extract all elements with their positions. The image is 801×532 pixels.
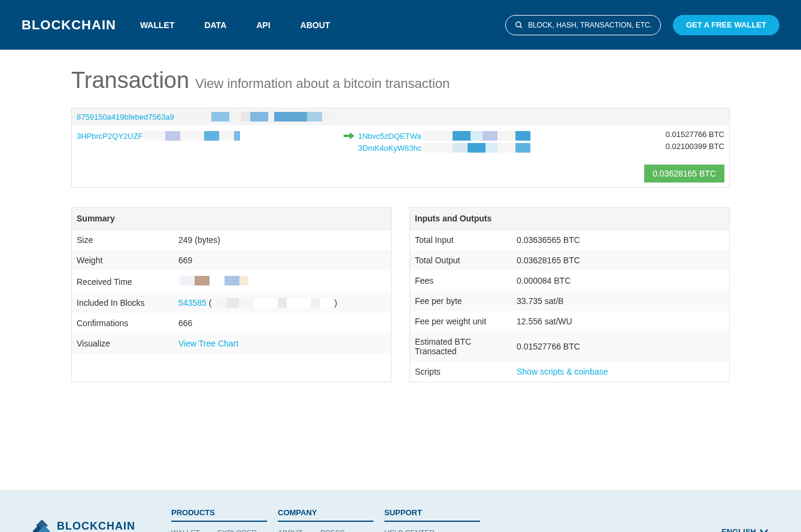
tx-inputs: 3HPbrcP2QY2UZF [77,130,340,142]
tx-hash-row: 8759150a419bfebed7563a9 [72,108,729,125]
nav-wallet[interactable]: WALLET [140,20,175,30]
svg-point-0 [516,22,521,26]
footer-products-heading: PRODUCTS [171,508,267,522]
fees-label: Fees [410,270,512,291]
page-title: Transaction View information about a bit… [71,68,730,93]
footer: BLOCKCHAIN PRODUCTS WALLET EXPLORER COMP… [0,490,801,532]
summary-heading: Summary [72,208,391,230]
tx-arrow [340,130,358,141]
fee-byte-value: 33.735 sat/B [512,291,729,311]
nav: WALLET DATA API ABOUT [140,20,330,30]
redacted-output-1 [423,143,530,153]
total-output-label: Total Output [410,250,512,270]
nav-data[interactable]: DATA [204,20,226,30]
received-label: Received Time [72,270,174,293]
footer-press-link[interactable]: PRESS [320,528,345,532]
output-amount-1: 0.02100399 BTC [666,142,724,154]
received-value [174,270,391,293]
footer-wallet-link[interactable]: WALLET [171,528,200,532]
size-value: 249 (bytes) [174,230,391,250]
redacted-input-addr [144,131,240,141]
transaction-box: 8759150a419bfebed7563a9 3HPbrcP2QY2UZF [71,108,730,188]
footer-logo[interactable]: BLOCKCHAIN [33,508,135,532]
fee-wu-label: Fee per weight unit [410,311,512,332]
fees-value: 0.000084 BTC [512,270,729,291]
blockchain-icon [33,520,51,532]
included-label: Included In Blocks [72,293,174,313]
header: BLOCKCHAIN WALLET DATA API ABOUT GET A F… [0,0,801,50]
page-heading: Transaction [71,68,189,93]
size-label: Size [72,230,174,250]
tx-outputs: 1Nbvc5zDQETWa 0.01527766 BTC 3DmK4oKyW83… [358,130,724,154]
total-amount-badge: 0.03628165 BTC [644,165,724,183]
get-wallet-button[interactable]: GET A FREE WALLET [673,15,779,35]
total-input-value: 0.03636565 BTC [512,230,729,250]
input-address-link[interactable]: 3HPbrcP2QY2UZF [77,132,143,141]
search-input[interactable] [528,21,651,29]
output-address-link-1[interactable]: 3DmK4oKyW83hc [358,144,421,153]
output-address-link-0[interactable]: 1Nbvc5zDQETWa [358,132,421,141]
language-selector[interactable]: ENGLISH [721,508,768,532]
weight-label: Weight [72,250,174,270]
block-link[interactable]: 543585 [178,298,207,308]
confirmations-label: Confirmations [72,313,174,333]
visualize-label: Visualize [72,333,174,354]
fee-wu-value: 12.556 sat/WU [512,311,729,332]
est-btc-value: 0.01527766 BTC [512,332,729,361]
view-tree-chart-link[interactable]: View Tree Chart [178,339,238,348]
header-right: GET A FREE WALLET [505,15,779,35]
search-icon [515,21,523,29]
scripts-label: Scripts [410,361,512,382]
io-heading: Inputs and Outputs [410,208,729,230]
footer-company-heading: COMPANY [278,508,374,522]
est-btc-label: Estimated BTC Transacted [410,332,512,361]
logo[interactable]: BLOCKCHAIN [22,17,116,33]
weight-value: 669 [174,250,391,270]
nav-about[interactable]: ABOUT [301,20,330,30]
io-panel: Inputs and Outputs Total Input0.03636565… [409,207,730,382]
output-amount-0: 0.01527766 BTC [666,130,724,142]
chevron-down-icon [760,529,768,533]
svg-line-1 [520,26,522,28]
search-box[interactable] [505,15,661,35]
show-scripts-link[interactable]: Show scripts & coinbase [517,367,608,376]
fee-byte-label: Fee per byte [410,291,512,311]
redacted-hash [175,112,337,121]
tx-hash-link[interactable]: 8759150a419bfebed7563a9 [77,113,174,121]
footer-support-heading: SUPPORT [384,508,480,522]
arrow-right-icon [344,131,354,141]
confirmations-value: 666 [174,313,391,333]
page-subtitle: View information about a bitcoin transac… [195,76,450,92]
included-value: 543585 () [174,293,391,313]
nav-api[interactable]: API [256,20,270,30]
total-output-value: 0.03628165 BTC [512,250,729,270]
summary-panel: Summary Size249 (bytes) Weight669 Receiv… [71,207,392,382]
total-input-label: Total Input [410,230,512,250]
footer-explorer-link[interactable]: EXPLORER [218,528,257,532]
footer-help-link[interactable]: HELP CENTER [384,528,435,532]
redacted-output-0 [423,131,530,141]
footer-about-link[interactable]: ABOUT [278,528,302,532]
